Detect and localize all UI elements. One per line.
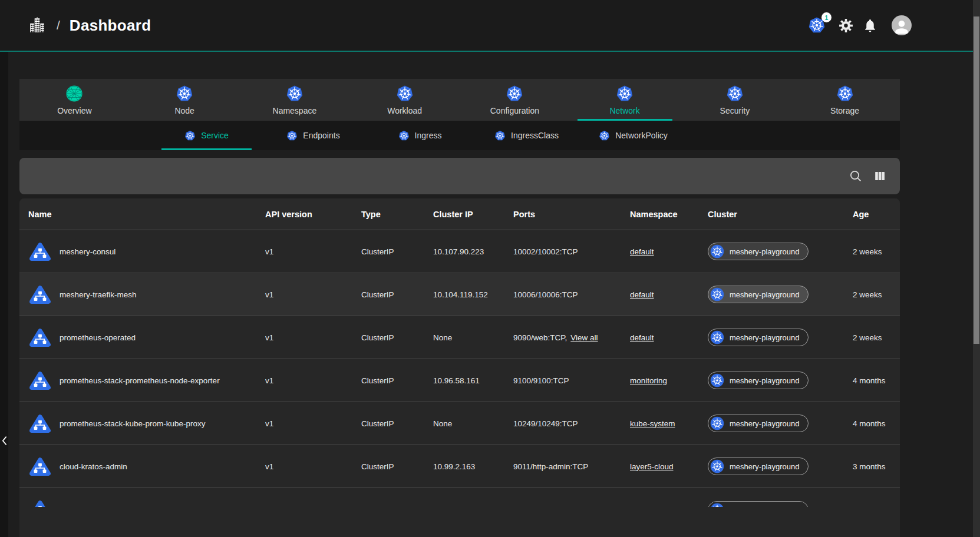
column-header-cluster[interactable]: Cluster bbox=[708, 210, 853, 219]
tab-storage[interactable]: Storage bbox=[790, 79, 900, 121]
table-row[interactable]: meshery-consul v1 ClusterIP 10.107.90.22… bbox=[19, 230, 900, 273]
namespace-link[interactable]: kube-system bbox=[630, 419, 675, 428]
sidebar-collapse-toggle[interactable] bbox=[0, 430, 8, 451]
column-header-cluster-ip[interactable]: Cluster IP bbox=[433, 210, 513, 219]
kubernetes-icon bbox=[616, 85, 633, 102]
tab-security[interactable]: Security bbox=[680, 79, 790, 121]
tab-configuration[interactable]: Configuration bbox=[460, 79, 570, 121]
kubernetes-icon bbox=[710, 287, 724, 301]
ports-value: 10249/10249:TCP bbox=[513, 419, 578, 428]
subtab-label: NetworkPolicy bbox=[615, 131, 668, 140]
cluster-cell: meshery-playground bbox=[708, 286, 853, 303]
subtab-ingressclass[interactable]: IngressClass bbox=[473, 121, 580, 150]
tab-workload[interactable]: Workload bbox=[349, 79, 460, 121]
service-triangle-icon bbox=[28, 370, 52, 392]
age-cell: 2 weeks bbox=[853, 333, 891, 342]
column-header-namespace[interactable]: Namespace bbox=[630, 210, 708, 219]
cluster-ip-cell: None bbox=[433, 333, 513, 342]
column-header-api-version[interactable]: API version bbox=[265, 210, 361, 219]
search-icon[interactable] bbox=[849, 169, 863, 183]
namespace-cell: meshery bbox=[630, 505, 708, 507]
user-avatar[interactable] bbox=[892, 15, 912, 35]
resource-tabbar: Overview Node Namespace Workload Configu… bbox=[19, 79, 900, 121]
bell-icon[interactable] bbox=[863, 18, 877, 33]
cluster-chip[interactable]: meshery-playground bbox=[708, 501, 809, 508]
tab-node[interactable]: Node bbox=[130, 79, 240, 121]
ports-cell: 9011/http-admin:TCP bbox=[513, 462, 630, 471]
table-toolbar bbox=[19, 158, 900, 194]
ports-value: 9100/9100:TCP bbox=[513, 376, 569, 385]
tab-network[interactable]: Network bbox=[570, 79, 680, 121]
cluster-chip[interactable]: meshery-playground bbox=[708, 243, 809, 260]
scrollbar-thumb[interactable] bbox=[974, 16, 979, 344]
age-cell: 2 weeks bbox=[853, 290, 891, 299]
namespace-link[interactable]: default bbox=[630, 247, 654, 256]
cluster-ip-cell: 10.107.90.223 bbox=[433, 247, 513, 256]
cluster-cell: meshery-playground bbox=[708, 243, 853, 260]
tab-overview[interactable]: Overview bbox=[19, 79, 130, 121]
kubernetes-icon bbox=[494, 130, 506, 141]
cluster-chip[interactable]: meshery-playground bbox=[708, 415, 809, 432]
ports-value: 10006/10006:TCP bbox=[513, 290, 578, 299]
service-name: prometheus-stack-kube-prom-kube-proxy bbox=[60, 419, 206, 428]
subtab-networkpolicy[interactable]: NetworkPolicy bbox=[580, 121, 687, 150]
service-name: prometheus-stack-prometheus-node-exporte… bbox=[60, 376, 220, 385]
subtab-label: Endpoints bbox=[303, 131, 339, 140]
namespace-cell: default bbox=[630, 247, 708, 256]
service-triangle-icon bbox=[28, 284, 52, 306]
namespace-cell: kube-system bbox=[630, 419, 708, 428]
namespace-link[interactable]: monitoring bbox=[630, 376, 667, 385]
name-cell: meshery-consul bbox=[28, 241, 265, 263]
namespace-link[interactable]: default bbox=[630, 290, 654, 299]
vertical-scrollbar bbox=[973, 0, 980, 537]
namespace-cell: layer5-cloud bbox=[630, 462, 708, 471]
cluster-chip[interactable]: meshery-playground bbox=[708, 286, 809, 303]
building-icon[interactable] bbox=[28, 16, 46, 34]
kubernetes-icon bbox=[710, 503, 724, 508]
tab-namespace[interactable]: Namespace bbox=[240, 79, 350, 121]
cluster-chip[interactable]: meshery-playground bbox=[708, 458, 809, 475]
kubernetes-context-button[interactable]: 1 bbox=[808, 16, 826, 34]
api-version-cell: v1 bbox=[265, 419, 361, 428]
namespace-link[interactable]: layer5-cloud bbox=[630, 462, 674, 471]
subtab-endpoints[interactable]: Endpoints bbox=[260, 121, 367, 150]
table-row[interactable]: prometheus-stack-prometheus-node-exporte… bbox=[19, 359, 900, 402]
view-all-link[interactable]: View all bbox=[570, 333, 598, 342]
column-header-type[interactable]: Type bbox=[361, 210, 433, 219]
type-cell: ClusterIP bbox=[361, 462, 433, 471]
column-header-ports[interactable]: Ports bbox=[513, 210, 630, 219]
subtab-service[interactable]: Service bbox=[153, 121, 260, 150]
page-title: Dashboard bbox=[70, 16, 151, 35]
cluster-chip[interactable]: meshery-playground bbox=[708, 329, 809, 346]
view-columns-icon[interactable] bbox=[873, 169, 887, 183]
column-header-age[interactable]: Age bbox=[853, 210, 891, 219]
type-cell: ClusterIP bbox=[361, 333, 433, 342]
api-version-cell: v1 bbox=[265, 376, 361, 385]
namespace-link[interactable]: default bbox=[630, 333, 654, 342]
table-row[interactable]: cloud-kratos-admin v1 ClusterIP 10.99.2.… bbox=[19, 445, 900, 488]
network-subtabbar: Service Endpoints Ingress IngressClass N… bbox=[19, 121, 900, 150]
table-row-partial[interactable]: meshery meshery-playground bbox=[19, 488, 900, 507]
column-header-name[interactable]: Name bbox=[28, 210, 265, 219]
table-row[interactable]: prometheus-operated v1 ClusterIP None 90… bbox=[19, 316, 900, 359]
ports-cell: 9090/web:TCP,View all bbox=[513, 333, 630, 342]
name-cell: prometheus-stack-prometheus-node-exporte… bbox=[28, 370, 265, 392]
table-row[interactable]: prometheus-stack-kube-prom-kube-proxy v1… bbox=[19, 402, 900, 445]
age-cell: 4 months bbox=[853, 419, 891, 428]
kubernetes-icon bbox=[710, 459, 724, 473]
gear-icon[interactable] bbox=[839, 18, 853, 33]
subtab-label: Ingress bbox=[415, 131, 442, 140]
kubernetes-icon bbox=[176, 85, 193, 102]
cluster-chip[interactable]: meshery-playground bbox=[708, 372, 809, 389]
namespace-link[interactable]: meshery bbox=[630, 505, 661, 507]
service-name: meshery-consul bbox=[60, 247, 116, 256]
service-name: prometheus-operated bbox=[60, 333, 136, 342]
subtab-ingress[interactable]: Ingress bbox=[367, 121, 473, 150]
kubernetes-icon bbox=[286, 85, 303, 102]
cluster-cell: meshery-playground bbox=[708, 458, 853, 475]
tab-label: Workload bbox=[387, 106, 422, 115]
kubernetes-icon bbox=[710, 330, 724, 344]
table-row[interactable]: meshery-traefik-mesh v1 ClusterIP 10.104… bbox=[19, 273, 900, 316]
breadcrumb-separator: / bbox=[57, 18, 60, 32]
api-version-cell: v1 bbox=[265, 462, 361, 471]
